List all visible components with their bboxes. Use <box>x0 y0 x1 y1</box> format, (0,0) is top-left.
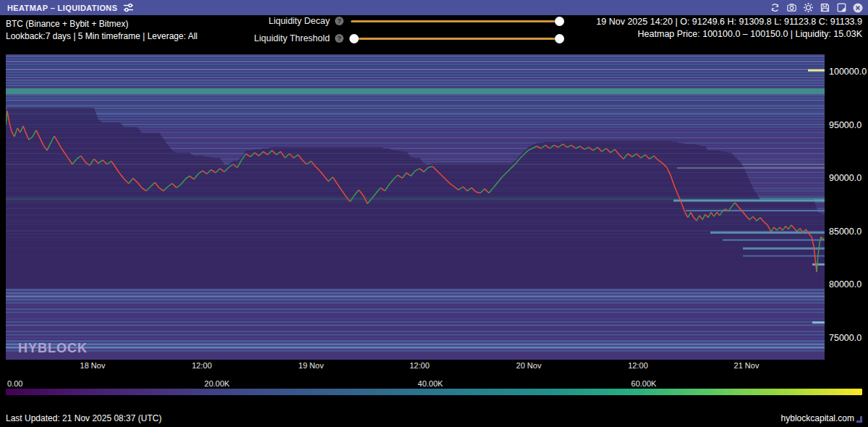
x-axis-tick: 19 Nov <box>299 361 324 370</box>
x-axis-tick: 20 Nov <box>516 361 542 370</box>
x-axis-tick: 12:00 <box>628 361 648 370</box>
colorbar-tick: 60.00K <box>631 379 657 388</box>
liquidity-decay-row: Liquidity Decay ? <box>246 15 564 27</box>
info-icon[interactable]: ? <box>335 34 344 43</box>
liquidity-band <box>6 74 825 76</box>
slider-handle[interactable] <box>555 17 564 26</box>
ohlc-line: 19 Nov 2025 14:20 | O: 91249.6 H: 91309.… <box>596 16 862 28</box>
liquidity-band <box>723 240 825 241</box>
liquidity-band <box>6 302 825 303</box>
liquidity-band <box>6 80 825 81</box>
liquidity-band <box>6 94 825 96</box>
heatmap-chart[interactable] <box>6 54 825 360</box>
liquidity-band <box>6 105 825 107</box>
liquidity-band <box>6 321 825 323</box>
instrument-label: BTC (Binance + Bybit + Bitmex) <box>6 18 197 30</box>
liquidity-band <box>6 61 825 62</box>
colorbar-tick: 40.00K <box>418 379 443 388</box>
x-axis-tick: 18 Nov <box>80 361 106 370</box>
gear-icon[interactable] <box>802 2 814 14</box>
liquidity-band <box>6 337 825 339</box>
liquidity-band <box>6 305 825 307</box>
heatmap-price-line: Heatmap Price: 100100.0 – 100150.0 | Liq… <box>596 28 862 41</box>
x-axis-tick: 12:00 <box>409 361 430 370</box>
liquidity-threshold-label: Liquidity Threshold <box>246 33 330 43</box>
info-icon[interactable]: ? <box>335 17 344 25</box>
liquidity-band <box>6 77 825 78</box>
y-axis-tick: 90000.0 <box>829 173 861 183</box>
y-axis-tick: 75000.0 <box>829 333 861 343</box>
slider-handle-min[interactable] <box>349 34 359 43</box>
liquidity-band <box>6 102 825 103</box>
liquidity-band <box>6 295 825 297</box>
liquidity-band <box>6 97 825 99</box>
liquidity-band <box>812 263 825 266</box>
colorbar-tick: 0.00 <box>7 379 22 388</box>
y-axis-tick: 85000.0 <box>829 227 861 237</box>
liquidity-band <box>6 88 825 94</box>
liquidity-band <box>6 312 825 313</box>
close-icon[interactable] <box>852 2 864 14</box>
liquidity-decay-slider[interactable] <box>351 16 563 26</box>
slider-track[interactable] <box>351 20 563 22</box>
camera-icon[interactable] <box>786 2 797 14</box>
liquidity-band <box>6 289 825 291</box>
site-link[interactable]: hyblockcapital.com <box>781 413 862 423</box>
y-axis-tick: 95000.0 <box>829 120 861 130</box>
liquidity-decay-label: Liquidity Decay <box>246 16 330 26</box>
time-axis[interactable]: 18 Nov12:0019 Nov12:0020 Nov12:0021 Nov <box>0 361 868 371</box>
price-axis[interactable]: 100000.095000.090000.085000.080000.07500… <box>829 54 868 360</box>
window-titlebar: HEATMAP – LIQUIDATIONS <box>0 0 868 15</box>
save-icon[interactable] <box>819 2 830 14</box>
liquidity-band <box>6 343 825 345</box>
liquidity-band <box>6 121 825 122</box>
liquidity-band <box>6 56 825 57</box>
liquidity-band <box>6 85 825 86</box>
slider-track[interactable] <box>351 38 563 40</box>
y-axis-tick: 100000.0 <box>829 67 867 77</box>
liquidity-band <box>6 350 825 352</box>
liquidity-band <box>6 292 825 295</box>
refresh-icon[interactable] <box>769 2 780 14</box>
liquidity-band <box>6 69 825 70</box>
liquidity-band <box>6 318 825 320</box>
liquidity-band <box>6 340 825 342</box>
liquidity-band <box>6 111 825 112</box>
colorbar-tick: 20.00K <box>205 379 230 388</box>
liquidity-colorbar <box>6 389 862 395</box>
liquidity-band <box>673 200 825 202</box>
liquidity-band <box>6 113 825 115</box>
liquidity-band <box>6 315 825 316</box>
tune-icon[interactable] <box>123 2 134 13</box>
liquidity-band <box>677 167 825 169</box>
site-link-text[interactable]: hyblockcapital.com <box>781 413 854 423</box>
x-axis-tick: 12:00 <box>192 361 212 370</box>
x-axis-tick: 21 Nov <box>734 361 760 370</box>
liquidity-band <box>6 58 825 60</box>
instrument-info: BTC (Binance + Bybit + Bitmex) Lookback:… <box>6 18 197 43</box>
liquidation-heatmap-app: HEATMAP – LIQUIDATIONS <box>0 0 868 427</box>
y-axis-tick: 80000.0 <box>829 279 861 289</box>
liquidity-band <box>6 119 825 120</box>
liquidity-band <box>743 255 825 257</box>
last-updated-label: Last Updated: 21 Nov 2025 08:37 (UTC) <box>6 413 161 423</box>
page-title: HEATMAP – LIQUIDATIONS <box>7 4 117 12</box>
ohlc-info: 19 Nov 2025 14:20 | O: 91249.6 H: 91309.… <box>596 16 862 40</box>
liquidity-band <box>6 324 825 326</box>
settings-label: Lookback:7 days | 5 Min timeframe | Leve… <box>6 30 197 43</box>
liquidity-band <box>6 108 825 109</box>
slider-handle-max[interactable] <box>555 34 564 43</box>
liquidity-band <box>686 210 825 211</box>
hovered-heatmap-cell[interactable] <box>808 69 825 72</box>
liquidity-threshold-slider[interactable] <box>351 33 563 43</box>
liquidity-band <box>6 331 825 332</box>
liquidity-band <box>6 124 825 125</box>
liquidity-band <box>6 308 825 310</box>
liquidity-band <box>6 72 825 73</box>
liquidity-band <box>6 347 825 349</box>
liquidity-band <box>6 299 825 301</box>
screenshot-icon[interactable] <box>835 2 847 14</box>
hyblock-watermark: HYBLOCK <box>18 341 88 356</box>
hyblock-logo-icon <box>856 416 862 423</box>
liquidity-band <box>6 334 825 336</box>
